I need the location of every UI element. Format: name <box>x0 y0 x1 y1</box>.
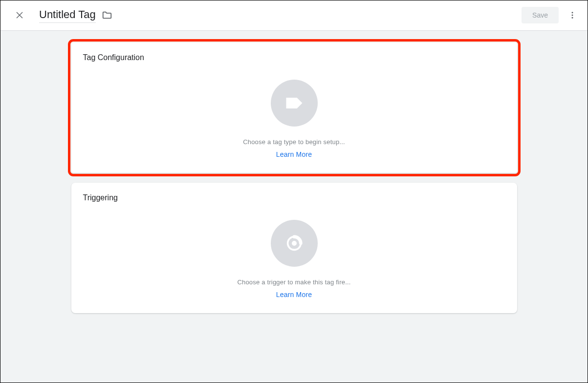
tag-type-placeholder-circle <box>271 80 318 127</box>
svg-point-6 <box>292 241 297 246</box>
tag-configuration-learn-more-link[interactable]: Learn More <box>276 150 312 158</box>
trigger-icon <box>284 234 304 253</box>
triggering-learn-more-link[interactable]: Learn More <box>276 291 312 298</box>
triggering-prompt: Choose a trigger to make this tag fire..… <box>237 278 350 286</box>
header: Untitled Tag Save <box>0 0 588 31</box>
triggering-title: Triggering <box>83 193 505 202</box>
folder-button[interactable] <box>102 10 112 21</box>
tag-configuration-body: Choose a tag type to begin setup... Lear… <box>83 80 505 158</box>
more-menu-button[interactable] <box>566 9 578 21</box>
tag-configuration-prompt: Choose a tag type to begin setup... <box>243 138 345 146</box>
tag-configuration-card[interactable]: Tag Configuration Choose a tag type to b… <box>71 43 517 173</box>
folder-icon <box>102 10 112 21</box>
triggering-body: Choose a trigger to make this tag fire..… <box>83 220 505 298</box>
triggering-card[interactable]: Triggering Choose a trigger to make this… <box>71 183 517 313</box>
header-right: Save <box>522 7 578 23</box>
svg-point-3 <box>572 15 573 16</box>
svg-point-4 <box>572 17 573 19</box>
svg-point-2 <box>572 12 573 13</box>
save-button[interactable]: Save <box>522 7 559 23</box>
close-button[interactable] <box>14 9 25 21</box>
more-vert-icon <box>568 11 577 20</box>
tag-icon <box>283 92 305 114</box>
tag-title[interactable]: Untitled Tag <box>39 8 96 23</box>
tag-configuration-title: Tag Configuration <box>83 53 505 62</box>
trigger-placeholder-circle <box>271 220 318 267</box>
close-icon <box>15 11 24 20</box>
content-area: Tag Configuration Choose a tag type to b… <box>0 31 588 383</box>
title-wrap: Untitled Tag <box>39 8 112 23</box>
